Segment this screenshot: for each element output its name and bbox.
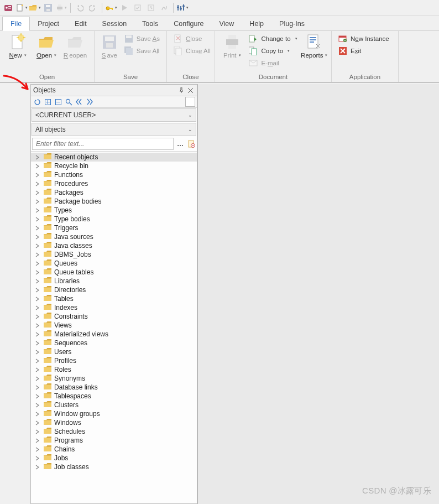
tree-node[interactable]: Window groups	[31, 409, 197, 418]
tree-node[interactable]: Java sources	[31, 232, 197, 241]
filter-input[interactable]	[32, 138, 174, 150]
expand-chevron-icon[interactable]	[34, 278, 40, 284]
expand-chevron-icon[interactable]	[34, 446, 40, 453]
tree-node[interactable]: Functions	[31, 170, 197, 179]
expand-chevron-icon[interactable]	[34, 305, 40, 311]
filter-more-icon[interactable]: …	[176, 139, 185, 148]
tree-node[interactable]: Recent objects	[31, 153, 197, 162]
open-button[interactable]: Open▾	[32, 32, 61, 59]
tree-node[interactable]: Queue tables	[31, 268, 197, 277]
save-button[interactable]: Save	[98, 32, 121, 59]
tree-node[interactable]: Users	[31, 347, 197, 356]
save-as-button[interactable]: Save As	[121, 33, 163, 44]
open-icon[interactable]: ▾	[29, 2, 41, 14]
redo-icon[interactable]	[87, 2, 99, 14]
collapse-icon[interactable]	[54, 97, 62, 106]
exit-button[interactable]: Exit	[335, 45, 393, 56]
reports-button[interactable]: Reports▾	[301, 32, 328, 59]
tree-node[interactable]: Directories	[31, 285, 197, 294]
tree-node[interactable]: Tables	[31, 294, 197, 303]
expand-chevron-icon[interactable]	[34, 172, 40, 178]
tree-node[interactable]: Schedules	[31, 427, 197, 436]
expand-chevron-icon[interactable]	[34, 181, 40, 187]
break-icon[interactable]	[158, 2, 170, 14]
refresh-icon[interactable]	[33, 97, 41, 106]
expand-chevron-icon[interactable]	[34, 340, 40, 346]
user-dropdown[interactable]: <CURRENT USER>⌄	[32, 108, 196, 122]
menu-tools[interactable]: Tools	[134, 17, 166, 30]
expand-chevron-icon[interactable]	[34, 464, 40, 470]
expand-chevron-icon[interactable]	[34, 314, 40, 320]
filter-clear-icon[interactable]	[187, 139, 196, 148]
tree-node[interactable]: Sequences	[31, 339, 197, 347]
expand-chevron-icon[interactable]	[34, 243, 40, 249]
expand-chevron-icon[interactable]	[34, 393, 40, 399]
close-all-button[interactable]: Close All	[170, 45, 214, 56]
tree-node[interactable]: Java classes	[31, 241, 197, 250]
tree-node[interactable]: Queues	[31, 259, 197, 268]
tree-node[interactable]: Materialized views	[31, 330, 197, 339]
expand-chevron-icon[interactable]	[34, 287, 40, 293]
expand-chevron-icon[interactable]	[34, 455, 40, 461]
find-icon[interactable]	[64, 97, 73, 106]
tree-node[interactable]: Types	[31, 206, 197, 215]
expand-chevron-icon[interactable]	[34, 252, 40, 258]
email-button[interactable]: E-mail	[245, 57, 300, 69]
filter-prev-icon[interactable]	[75, 97, 83, 106]
expand-chevron-icon[interactable]	[34, 331, 40, 337]
change-to-button[interactable]: Change to▾	[245, 33, 300, 44]
menu-plugins[interactable]: Plug-Ins	[271, 17, 312, 30]
expand-chevron-icon[interactable]	[34, 225, 40, 231]
reopen-button[interactable]: Reopen	[61, 32, 90, 59]
expand-chevron-icon[interactable]	[34, 296, 40, 302]
menu-help[interactable]: Help	[242, 17, 271, 30]
tree-node[interactable]: Packages	[31, 188, 197, 197]
expand-chevron-icon[interactable]	[34, 261, 40, 267]
menu-session[interactable]: Session	[95, 17, 134, 30]
save-icon[interactable]	[42, 2, 54, 14]
expand-chevron-icon[interactable]	[34, 376, 40, 382]
tree-node[interactable]: Procedures	[31, 179, 197, 188]
expand-chevron-icon[interactable]	[34, 411, 40, 417]
new-icon[interactable]: ▾	[15, 2, 28, 14]
tree-node[interactable]: Programs	[31, 436, 197, 445]
copy-to-button[interactable]: Copy to▾	[245, 45, 300, 56]
expand-chevron-icon[interactable]	[34, 402, 40, 408]
expand-chevron-icon[interactable]	[34, 358, 40, 364]
expand-chevron-icon[interactable]	[34, 349, 40, 355]
tree-node[interactable]: Clusters	[31, 401, 197, 409]
rollback-icon[interactable]	[145, 2, 157, 14]
tree-node[interactable]: Recycle bin	[31, 162, 197, 170]
key-icon[interactable]: ▾	[105, 2, 117, 14]
expand-chevron-icon[interactable]	[34, 438, 40, 444]
equalizer-icon[interactable]: ▾	[176, 2, 189, 14]
tree-node[interactable]: Roles	[31, 365, 197, 374]
undo-icon[interactable]	[74, 2, 86, 14]
tree-node[interactable]: Profiles	[31, 356, 197, 365]
expand-chevron-icon[interactable]	[34, 385, 40, 391]
print-button[interactable]: Print▾	[218, 32, 245, 59]
scope-dropdown[interactable]: All objects⌄	[32, 123, 196, 136]
tree-node[interactable]: Views	[31, 321, 197, 330]
menu-project[interactable]: Project	[30, 17, 67, 30]
expand-icon[interactable]	[43, 97, 52, 106]
expand-chevron-icon[interactable]	[34, 154, 40, 160]
expand-chevron-icon[interactable]	[34, 163, 40, 169]
tree-node[interactable]: Tablespaces	[31, 392, 197, 401]
expand-chevron-icon[interactable]	[34, 234, 40, 240]
expand-chevron-icon[interactable]	[34, 216, 40, 222]
expand-chevron-icon[interactable]	[34, 420, 40, 426]
commit-icon[interactable]	[132, 2, 144, 14]
expand-chevron-icon[interactable]	[34, 269, 40, 276]
print-icon[interactable]: ▾	[55, 2, 67, 14]
execute-icon[interactable]	[118, 2, 130, 14]
menu-view[interactable]: View	[211, 17, 242, 30]
color-swatch[interactable]	[185, 97, 195, 107]
tree-node[interactable]: Database links	[31, 383, 197, 392]
tree-node[interactable]: Type bodies	[31, 215, 197, 224]
tree-node[interactable]: Windows	[31, 418, 197, 427]
tree-node[interactable]: Package bodies	[31, 197, 197, 206]
menu-edit[interactable]: Edit	[67, 17, 95, 30]
tree-node[interactable]: Constraints	[31, 312, 197, 321]
new-instance-button[interactable]: +New Instance	[335, 33, 393, 44]
